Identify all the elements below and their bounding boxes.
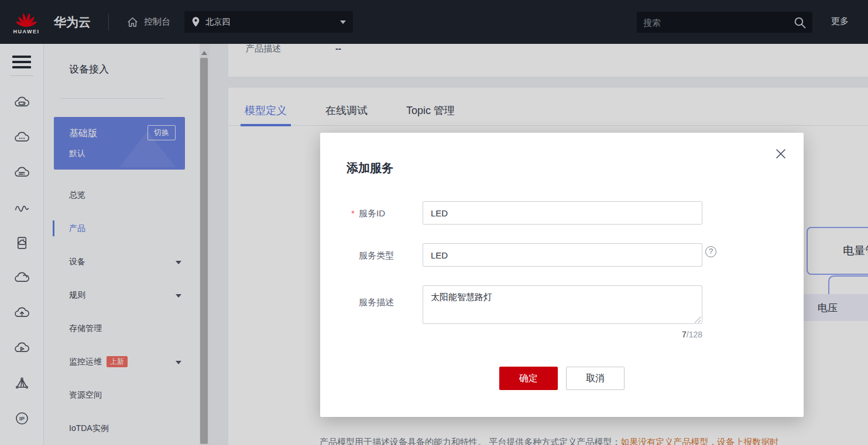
char-count-max: /128 [687, 330, 702, 339]
field-label-text: 服务类型 [359, 250, 394, 261]
service-type-label: 服务类型 [351, 250, 394, 261]
close-icon[interactable] [774, 147, 787, 160]
service-id-label: * 服务ID [351, 208, 385, 219]
help-icon[interactable]: ? [705, 246, 716, 257]
add-service-modal: 添加服务 * 服务ID 服务类型 ? 服务描述 太阳能智慧路灯 7/128 确定… [320, 133, 804, 417]
char-count-current: 7 [682, 330, 687, 339]
service-type-input[interactable] [423, 243, 702, 267]
service-desc-label: 服务描述 [351, 297, 394, 308]
app-root: HUAWEI 华为云 控制台 北京四 更多 [0, 0, 868, 445]
cancel-button[interactable]: 取消 [566, 367, 625, 390]
field-label-text: 服务描述 [359, 297, 394, 308]
required-asterisk: * [351, 208, 359, 218]
service-desc-textarea[interactable]: 太阳能智慧路灯 [423, 285, 702, 324]
confirm-button[interactable]: 确定 [499, 367, 558, 390]
char-counter: 7/128 [423, 330, 702, 339]
service-id-input[interactable] [423, 201, 702, 225]
modal-title: 添加服务 [346, 160, 393, 176]
field-label-text: 服务ID [359, 208, 385, 219]
modal-buttons: 确定 取消 [320, 367, 804, 390]
